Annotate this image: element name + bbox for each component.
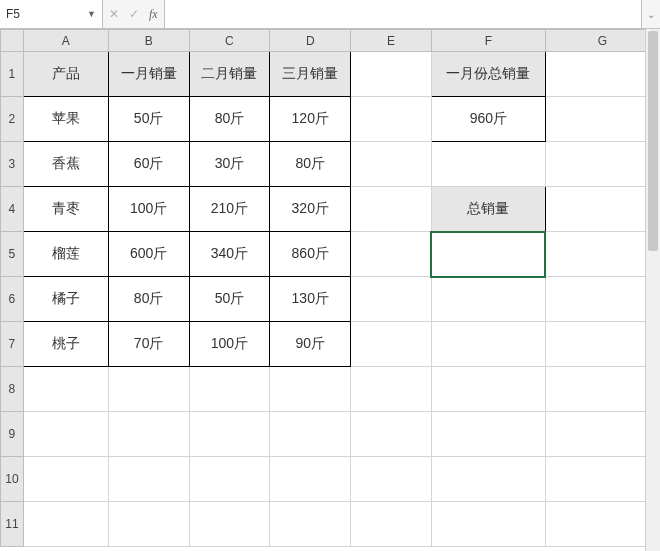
row-header-5[interactable]: 5	[1, 232, 24, 277]
cell-F6[interactable]	[431, 277, 545, 322]
row-header-8[interactable]: 8	[1, 367, 24, 412]
cell-E4[interactable]	[351, 187, 432, 232]
row-header-9[interactable]: 9	[1, 412, 24, 457]
cell-F9[interactable]	[431, 412, 545, 457]
cell-B3[interactable]: 60斤	[108, 142, 189, 187]
col-header-B[interactable]: B	[108, 30, 189, 52]
cell-F10[interactable]	[431, 457, 545, 502]
cell-D7[interactable]: 90斤	[270, 322, 351, 367]
cell-D4[interactable]: 320斤	[270, 187, 351, 232]
cancel-icon[interactable]: ✕	[109, 7, 119, 21]
cell-D1[interactable]: 三月销量	[270, 52, 351, 97]
cell-F8[interactable]	[431, 367, 545, 412]
col-header-D[interactable]: D	[270, 30, 351, 52]
cell-E1[interactable]	[351, 52, 432, 97]
col-header-G[interactable]: G	[545, 30, 659, 52]
cell-D6[interactable]: 130斤	[270, 277, 351, 322]
cell-G6[interactable]	[545, 277, 659, 322]
cell-F7[interactable]	[431, 322, 545, 367]
cell-A9[interactable]	[23, 412, 108, 457]
cell-G3[interactable]	[545, 142, 659, 187]
cell-F1[interactable]: 一月份总销量	[431, 52, 545, 97]
cell-B8[interactable]	[108, 367, 189, 412]
cell-F2[interactable]: 960斤	[431, 97, 545, 142]
cell-B10[interactable]	[108, 457, 189, 502]
cell-C9[interactable]	[189, 412, 270, 457]
cell-C6[interactable]: 50斤	[189, 277, 270, 322]
cell-E6[interactable]	[351, 277, 432, 322]
row-header-6[interactable]: 6	[1, 277, 24, 322]
cell-A7[interactable]: 桃子	[23, 322, 108, 367]
cell-G1[interactable]	[545, 52, 659, 97]
cell-A5[interactable]: 榴莲	[23, 232, 108, 277]
cell-G7[interactable]	[545, 322, 659, 367]
cell-E2[interactable]	[351, 97, 432, 142]
cell-B1[interactable]: 一月销量	[108, 52, 189, 97]
cell-A3[interactable]: 香蕉	[23, 142, 108, 187]
cell-A10[interactable]	[23, 457, 108, 502]
cell-G11[interactable]	[545, 502, 659, 547]
cell-C3[interactable]: 30斤	[189, 142, 270, 187]
cell-C2[interactable]: 80斤	[189, 97, 270, 142]
fx-icon[interactable]: fx	[149, 7, 158, 22]
cell-E3[interactable]	[351, 142, 432, 187]
cell-G2[interactable]	[545, 97, 659, 142]
cell-C11[interactable]	[189, 502, 270, 547]
accept-icon[interactable]: ✓	[129, 7, 139, 21]
vertical-scrollbar[interactable]	[645, 29, 660, 551]
cell-A8[interactable]	[23, 367, 108, 412]
cell-F11[interactable]	[431, 502, 545, 547]
row-header-4[interactable]: 4	[1, 187, 24, 232]
row-header-3[interactable]: 3	[1, 142, 24, 187]
cell-D10[interactable]	[270, 457, 351, 502]
cell-C1[interactable]: 二月销量	[189, 52, 270, 97]
cell-E10[interactable]	[351, 457, 432, 502]
row-header-10[interactable]: 10	[1, 457, 24, 502]
expand-formula-bar-icon[interactable]: ⌄	[641, 0, 660, 28]
cell-D11[interactable]	[270, 502, 351, 547]
cell-D5[interactable]: 860斤	[270, 232, 351, 277]
cell-C8[interactable]	[189, 367, 270, 412]
cell-C7[interactable]: 100斤	[189, 322, 270, 367]
cell-F3[interactable]	[431, 142, 545, 187]
cell-B4[interactable]: 100斤	[108, 187, 189, 232]
spreadsheet-grid[interactable]: A B C D E F G 1 产品 一月销量 二月销量 三月销量 一月份总销量	[0, 29, 660, 551]
cell-B7[interactable]: 70斤	[108, 322, 189, 367]
cell-A4[interactable]: 青枣	[23, 187, 108, 232]
cell-G5[interactable]	[545, 232, 659, 277]
row-header-2[interactable]: 2	[1, 97, 24, 142]
formula-input[interactable]	[165, 0, 641, 28]
cell-A11[interactable]	[23, 502, 108, 547]
cell-E8[interactable]	[351, 367, 432, 412]
cell-E11[interactable]	[351, 502, 432, 547]
cell-D9[interactable]	[270, 412, 351, 457]
cell-B5[interactable]: 600斤	[108, 232, 189, 277]
cell-D2[interactable]: 120斤	[270, 97, 351, 142]
cell-B2[interactable]: 50斤	[108, 97, 189, 142]
cell-A1[interactable]: 产品	[23, 52, 108, 97]
name-box-dropdown-icon[interactable]: ▼	[87, 9, 96, 19]
cell-F4[interactable]: 总销量	[431, 187, 545, 232]
row-header-1[interactable]: 1	[1, 52, 24, 97]
cell-D8[interactable]	[270, 367, 351, 412]
cell-E7[interactable]	[351, 322, 432, 367]
cell-E9[interactable]	[351, 412, 432, 457]
name-box[interactable]: F5 ▼	[0, 0, 103, 28]
cell-F5[interactable]	[431, 232, 545, 277]
cell-B6[interactable]: 80斤	[108, 277, 189, 322]
cell-A2[interactable]: 苹果	[23, 97, 108, 142]
col-header-E[interactable]: E	[351, 30, 432, 52]
cell-C10[interactable]	[189, 457, 270, 502]
cell-B9[interactable]	[108, 412, 189, 457]
col-header-A[interactable]: A	[23, 30, 108, 52]
col-header-C[interactable]: C	[189, 30, 270, 52]
cell-C4[interactable]: 210斤	[189, 187, 270, 232]
row-header-7[interactable]: 7	[1, 322, 24, 367]
col-header-F[interactable]: F	[431, 30, 545, 52]
row-header-11[interactable]: 11	[1, 502, 24, 547]
cell-G4[interactable]	[545, 187, 659, 232]
cell-B11[interactable]	[108, 502, 189, 547]
cell-C5[interactable]: 340斤	[189, 232, 270, 277]
scrollbar-thumb[interactable]	[648, 31, 658, 251]
cell-A6[interactable]: 橘子	[23, 277, 108, 322]
